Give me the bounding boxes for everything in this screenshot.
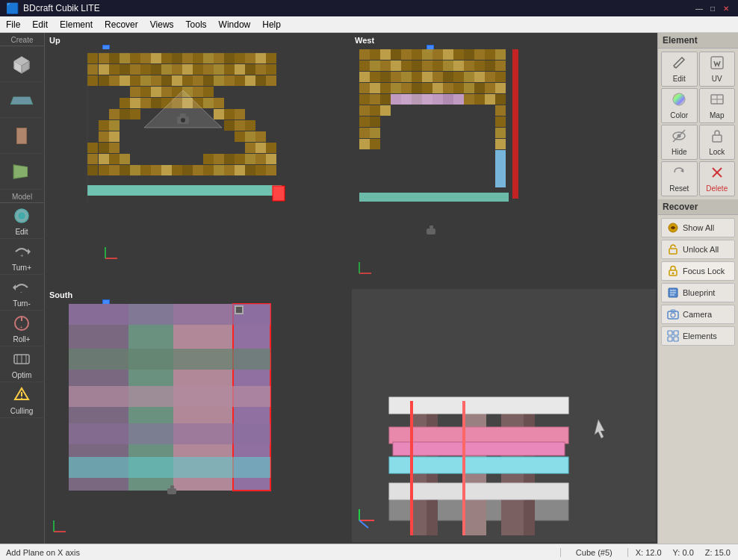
svg-rect-304 [674, 337, 678, 341]
svg-rect-233 [370, 116, 380, 127]
elements-icon [666, 329, 680, 343]
svg-rect-302 [674, 331, 678, 335]
resize-handle[interactable] [235, 305, 244, 314]
svg-rect-48 [193, 64, 203, 75]
unlock-all-button[interactable]: Unlock All [661, 240, 735, 259]
elements-button[interactable]: Elements [661, 326, 735, 346]
svg-rect-97 [120, 109, 130, 119]
plane-h-icon [11, 90, 32, 111]
svg-rect-183 [370, 72, 380, 82]
toolbar-optim[interactable]: Optim [0, 346, 43, 382]
svg-rect-28 [172, 53, 182, 63]
turn-minus-label: Turn- [13, 299, 31, 308]
menu-help[interactable]: Help [256, 16, 287, 33]
menu-file[interactable]: File [0, 16, 26, 33]
svg-rect-185 [391, 72, 401, 82]
roll-plus-label: Roll+ [13, 335, 30, 343]
svg-rect-103 [109, 120, 120, 131]
svg-marker-8 [13, 284, 16, 290]
element-uv-button[interactable]: UV [699, 52, 736, 87]
svg-rect-263 [389, 397, 568, 414]
svg-rect-65 [182, 75, 193, 86]
plane-v-icon [11, 125, 32, 146]
element-lock-button[interactable]: Lock [699, 125, 736, 160]
viewport-west[interactable]: West [352, 34, 656, 287]
svg-marker-6 [28, 249, 31, 255]
svg-rect-134 [140, 165, 151, 175]
toolbar-turn-plus[interactable]: + Turn+ [0, 239, 43, 275]
svg-rect-73 [266, 75, 276, 86]
viewport-3d[interactable] [352, 289, 656, 542]
maximize-button[interactable]: □ [707, 2, 719, 14]
svg-rect-46 [172, 64, 182, 75]
element-color-icon [672, 92, 686, 110]
svg-rect-128 [266, 154, 276, 164]
menu-recover[interactable]: Recover [99, 16, 144, 33]
menu-tools[interactable]: Tools [180, 16, 213, 33]
window-controls: — □ ✕ [693, 2, 732, 14]
toolbar-turn-minus[interactable]: - Turn- [0, 275, 43, 311]
svg-rect-44 [151, 64, 161, 75]
camera-button[interactable]: Camera [661, 305, 735, 324]
element-edit-button[interactable]: Edit [661, 52, 698, 87]
app-icon: 🟦 [6, 2, 19, 14]
svg-rect-169 [370, 60, 380, 71]
toolbar-create-plane-v[interactable] [0, 118, 43, 154]
element-map-button[interactable]: Map [699, 88, 736, 123]
plane-s-icon [11, 161, 32, 182]
menu-edit[interactable]: Edit [26, 16, 54, 33]
svg-rect-253 [170, 485, 174, 488]
svg-rect-127 [255, 154, 266, 164]
viewport-up[interactable]: Up [46, 34, 350, 287]
optim-icon [11, 349, 32, 370]
svg-rect-109 [235, 131, 245, 142]
minimize-button[interactable]: — [693, 2, 705, 14]
toolbar-create-plane-s[interactable] [0, 154, 43, 190]
svg-rect-192 [464, 72, 474, 82]
element-reset-button[interactable]: Reset [661, 161, 698, 196]
toolbar-create-cube[interactable] [0, 46, 43, 82]
menu-views[interactable]: Views [144, 16, 180, 33]
element-color-button[interactable]: Color [661, 88, 698, 123]
toolbar-model-edit[interactable]: Edit [0, 203, 43, 239]
left-toolbar: Create [0, 33, 45, 544]
svg-rect-223 [495, 94, 506, 105]
toolbar-roll-plus[interactable]: + Roll+ [0, 311, 43, 346]
menu-window[interactable]: Window [213, 16, 257, 33]
svg-rect-173 [412, 60, 422, 71]
svg-rect-181 [495, 60, 506, 71]
titlebar: 🟦 BDcraft Cubik LITE — □ ✕ [0, 0, 738, 16]
blueprint-button[interactable]: Blueprint [661, 283, 735, 302]
svg-rect-37 [266, 53, 276, 63]
focus-lock-button[interactable]: Focus Lock [661, 261, 735, 281]
svg-rect-269 [462, 401, 465, 535]
status-message: Add Plane on X axis [0, 548, 560, 557]
svg-rect-289 [669, 249, 677, 254]
element-delete-button[interactable]: Delete [699, 161, 736, 196]
element-color-label: Color [670, 111, 688, 119]
element-delete-label: Delete [706, 184, 728, 193]
close-button[interactable]: ✕ [720, 2, 732, 14]
svg-rect-80 [193, 87, 203, 97]
element-hide-button[interactable]: Hide [661, 125, 698, 160]
svg-rect-212 [412, 94, 422, 105]
svg-rect-303 [668, 337, 672, 341]
svg-rect-71 [245, 75, 255, 86]
svg-rect-108 [109, 131, 120, 142]
svg-rect-267 [393, 442, 565, 455]
toolbar-create-plane-h[interactable] [0, 82, 43, 118]
svg-rect-39 [99, 64, 109, 75]
svg-rect-132 [120, 165, 130, 175]
toolbar-culling[interactable]: Culling [0, 382, 43, 418]
svg-rect-45 [161, 64, 172, 75]
viewport-south[interactable]: South [46, 289, 350, 542]
svg-rect-75 [140, 87, 151, 97]
svg-rect-59 [120, 75, 130, 86]
svg-rect-167 [512, 49, 518, 199]
svg-point-5 [19, 213, 25, 219]
menu-element[interactable]: Element [54, 16, 99, 33]
show-all-button[interactable]: Show All [661, 218, 735, 237]
svg-rect-110 [245, 131, 255, 142]
svg-rect-85 [151, 98, 161, 108]
svg-point-288 [672, 226, 675, 229]
